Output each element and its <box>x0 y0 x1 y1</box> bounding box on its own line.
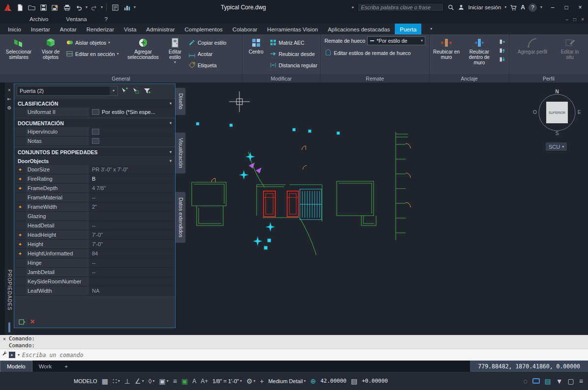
property-row[interactable]: KeySideRoomNumber <box>14 277 175 286</box>
user-icon[interactable] <box>458 4 465 11</box>
property-row[interactable]: Hipervínculo <box>14 127 175 137</box>
property-row[interactable]: HeadDetail-- <box>14 221 175 230</box>
search-input[interactable] <box>357 3 444 12</box>
recent-commands-chevron-icon[interactable]: ▾ <box>18 353 20 357</box>
detail-level-button[interactable]: Medium Detail▾ <box>268 378 306 384</box>
palette-autohide-icon[interactable]: ⇤ <box>7 94 11 103</box>
elevation-icon[interactable]: ▤ <box>351 377 357 385</box>
anchor-arrow-symbols[interactable] <box>239 152 275 246</box>
select-objects-button[interactable] <box>131 86 141 96</box>
tab-diseno[interactable]: Diseño <box>176 87 186 115</box>
autodesk-app-icon[interactable]: A <box>521 4 525 11</box>
layer-state-icon[interactable]: ▤ <box>545 377 551 385</box>
tab-modelo[interactable]: Modelo <box>0 361 32 372</box>
compass-south[interactable]: S <box>556 131 559 136</box>
drawing-canvas[interactable]: SUPERIOR N O E S SCU ▾ <box>186 83 588 335</box>
tab-work[interactable]: Work <box>32 361 59 372</box>
selection-grips[interactable] <box>196 122 340 250</box>
grid-display-icon[interactable]: ▦ <box>102 377 108 385</box>
save-as-icon[interactable] <box>50 2 60 13</box>
ribbon-tab-inicio[interactable]: Inicio <box>3 24 26 34</box>
section-documentacion[interactable]: DOCUMENTACIÓN ▾ <box>14 119 175 127</box>
graphics-performance-icon[interactable] <box>532 378 540 384</box>
editar-estilo-button[interactable]: Editar estilo ▾ <box>163 36 187 74</box>
property-row[interactable]: ✦FireRatingB <box>14 174 175 184</box>
property-source-icon[interactable] <box>19 319 26 325</box>
menu-help[interactable]: ? <box>105 16 108 22</box>
section-clasificacion[interactable]: CLASIFICACIÓN ▾ <box>14 99 175 108</box>
toggle-pickadd-button[interactable] <box>119 86 129 96</box>
ribbon-tab-aplicaciones-destacadas[interactable]: Aplicaciones destacadas <box>323 24 395 34</box>
isometric-drafting-icon[interactable]: ◊▾ <box>148 377 155 385</box>
offset-value[interactable]: +0.00000 <box>362 378 388 384</box>
notes-button-icon[interactable] <box>92 138 99 144</box>
store-cart-icon[interactable] <box>510 4 517 11</box>
anchor-up-button[interactable] <box>498 47 506 55</box>
floor-plan-drawing[interactable]: SUPERIOR N O E S <box>186 83 588 335</box>
window-maximize-button[interactable]: □ <box>559 1 573 13</box>
ribbon-tab-complementos[interactable]: Complementos <box>180 24 228 34</box>
search-history-chevron-icon[interactable]: ▸ <box>352 5 354 9</box>
command-input[interactable] <box>22 352 588 359</box>
palette-properties-menu-icon[interactable]: ⚙ <box>7 103 12 112</box>
object-snap-icon[interactable]: ▣▾ <box>159 377 169 385</box>
menu-ventana[interactable]: Ventana <box>66 16 87 22</box>
ortho-mode-icon[interactable]: ⊥ <box>124 377 130 385</box>
ribbon-tab-insertar[interactable]: Insertar <box>26 24 55 34</box>
distancia-regular-button[interactable]: Distancia regular <box>269 60 318 70</box>
selection-cycling-icon[interactable]: ▣ <box>181 377 188 385</box>
ribbon-tab-puerta[interactable]: Puerta <box>395 24 421 34</box>
property-row[interactable]: Glazing <box>14 212 175 221</box>
compass-west[interactable]: O <box>533 110 537 115</box>
property-row[interactable]: Hinge-- <box>14 258 175 268</box>
model-space-button[interactable]: MODELO <box>74 378 97 384</box>
panel-title-general[interactable]: General <box>0 74 242 83</box>
property-row[interactable]: ✦Height7'-0" <box>14 240 175 249</box>
property-row[interactable]: LeafWidthNA <box>14 286 175 296</box>
window-minimize-button[interactable]: – <box>546 1 559 13</box>
visor-de-objetos-button[interactable]: Visor de objetos <box>37 36 64 74</box>
property-row[interactable]: FrameMaterial-- <box>14 193 175 202</box>
panel-title-modificar[interactable]: Modificar <box>242 74 320 83</box>
editar-estilos-remate-button[interactable]: Editar estilos de remate de hueco <box>324 48 427 57</box>
panel-title-anclaje[interactable]: Anclaje <box>430 74 509 83</box>
filter-icon[interactable]: ▼ <box>556 377 563 385</box>
command-prompt-icon[interactable]: ▸ <box>9 352 15 358</box>
elevation-value[interactable]: 42.00000 <box>321 378 347 384</box>
property-row[interactable]: ✦HeightUnformatted84 <box>14 249 175 258</box>
open-icon[interactable] <box>27 2 37 13</box>
undo-icon[interactable] <box>74 2 84 13</box>
plot-icon[interactable] <box>62 2 72 13</box>
property-row[interactable]: JambDetail-- <box>14 268 175 277</box>
section-doorobjects[interactable]: DoorObjects ▾ <box>14 157 175 165</box>
doc-restore-button[interactable]: □ <box>573 17 576 22</box>
panel-title-perfil[interactable]: Perfil <box>509 74 588 83</box>
seleccionar-similares-button[interactable]: Seleccionar similares <box>2 36 35 74</box>
editar-en-seccion-button[interactable]: Editar en sección ▾ <box>66 49 123 58</box>
ribbon-tab-anotar[interactable]: Anotar <box>55 24 82 34</box>
autoscale-icon[interactable]: A+ <box>201 378 208 385</box>
table-button-icon[interactable] <box>92 109 99 115</box>
help-icon[interactable]: ? <box>529 3 537 12</box>
object-type-dropdown[interactable]: Puerta (2) ▾ <box>17 86 118 96</box>
annotation-scale-button[interactable]: 1/8" = 1'-0"▾ <box>212 378 242 384</box>
command-close-icon[interactable]: × <box>1 336 7 342</box>
quick-select-button[interactable] <box>142 86 152 96</box>
ribbon-tab-renderizar[interactable]: Renderizar <box>82 24 119 34</box>
panel-title-remate[interactable]: Remate <box>321 74 429 83</box>
lineweight-icon[interactable]: ≡ <box>173 377 177 385</box>
tab-datos-extendidos[interactable]: Datos extendidos <box>176 192 186 243</box>
ribbon-collapse-button[interactable]: ▾ <box>426 24 436 34</box>
add-layout-button[interactable]: + <box>58 361 74 372</box>
remate-style-combobox[interactable]: *Por estilo de ▾ <box>367 36 425 45</box>
reubicar-dentro-muro-button[interactable]: Reubicar dentro de muro <box>463 36 496 74</box>
search-icon[interactable] <box>447 4 454 11</box>
property-row[interactable]: ✦FrameDepth4 7/8" <box>14 184 175 193</box>
release-anchor-button[interactable] <box>498 38 506 46</box>
view-compass[interactable]: SUPERIOR N O E S <box>533 89 581 136</box>
matriz-aec-button[interactable]: Matriz AEC <box>269 38 318 47</box>
new-file-icon[interactable] <box>15 2 25 13</box>
reubicar-desde-button[interactable]: Reubicar desde <box>269 49 318 58</box>
property-row[interactable]: ✦DoorSizePR 3'-0" x 7'-0" <box>14 165 175 174</box>
compass-north[interactable]: N <box>555 89 559 94</box>
